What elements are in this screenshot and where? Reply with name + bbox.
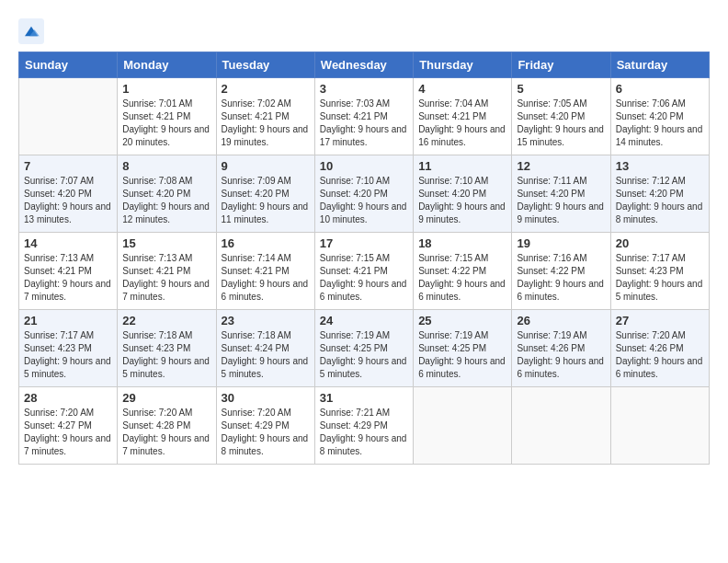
day-info: Sunrise: 7:20 AM Sunset: 4:26 PM Dayligh… [616, 329, 704, 381]
calendar-week-row: 21Sunrise: 7:17 AM Sunset: 4:23 PM Dayli… [19, 310, 710, 387]
logo [18, 18, 48, 44]
calendar-day-cell: 12Sunrise: 7:11 AM Sunset: 4:20 PM Dayli… [512, 155, 610, 233]
day-number: 30 [222, 391, 310, 405]
day-info: Sunrise: 7:11 AM Sunset: 4:20 PM Dayligh… [517, 175, 605, 226]
day-info: Sunrise: 7:08 AM Sunset: 4:20 PM Dayligh… [122, 175, 210, 226]
day-info: Sunrise: 7:10 AM Sunset: 4:20 PM Dayligh… [320, 175, 408, 226]
calendar-table: SundayMondayTuesdayWednesdayThursdayFrid… [18, 52, 710, 465]
calendar-day-cell: 11Sunrise: 7:10 AM Sunset: 4:20 PM Dayli… [414, 155, 512, 233]
header [18, 15, 710, 44]
weekday-header-saturday: Saturday [610, 52, 709, 78]
weekday-header-friday: Friday [512, 52, 610, 78]
weekday-header-thursday: Thursday [414, 52, 512, 78]
day-info: Sunrise: 7:13 AM Sunset: 4:21 PM Dayligh… [24, 252, 112, 304]
day-number: 3 [320, 82, 408, 96]
calendar-day-cell [414, 387, 512, 465]
day-number: 7 [24, 159, 112, 173]
calendar-day-cell: 18Sunrise: 7:15 AM Sunset: 4:22 PM Dayli… [414, 233, 512, 310]
day-number: 25 [418, 314, 506, 327]
day-number: 11 [418, 159, 506, 173]
day-number: 22 [122, 314, 210, 327]
day-number: 8 [122, 159, 210, 173]
calendar-day-cell: 30Sunrise: 7:20 AM Sunset: 4:29 PM Dayli… [216, 387, 314, 465]
day-info: Sunrise: 7:18 AM Sunset: 4:24 PM Dayligh… [222, 329, 310, 381]
day-info: Sunrise: 7:16 AM Sunset: 4:22 PM Dayligh… [517, 252, 605, 304]
day-number: 28 [24, 391, 112, 405]
calendar-day-cell: 3Sunrise: 7:03 AM Sunset: 4:21 PM Daylig… [314, 78, 413, 155]
calendar-day-cell: 5Sunrise: 7:05 AM Sunset: 4:20 PM Daylig… [512, 78, 610, 155]
day-info: Sunrise: 7:18 AM Sunset: 4:23 PM Dayligh… [122, 329, 210, 381]
calendar-day-cell [512, 387, 610, 465]
day-number: 2 [222, 82, 310, 96]
day-info: Sunrise: 7:20 AM Sunset: 4:29 PM Dayligh… [222, 407, 310, 458]
day-number: 23 [222, 314, 310, 327]
day-number: 15 [122, 236, 210, 250]
day-info: Sunrise: 7:15 AM Sunset: 4:22 PM Dayligh… [418, 252, 506, 304]
day-number: 16 [222, 236, 310, 250]
day-info: Sunrise: 7:09 AM Sunset: 4:20 PM Dayligh… [222, 175, 310, 226]
day-number: 1 [122, 82, 210, 96]
calendar-day-cell: 31Sunrise: 7:21 AM Sunset: 4:29 PM Dayli… [314, 387, 413, 465]
calendar-day-cell: 8Sunrise: 7:08 AM Sunset: 4:20 PM Daylig… [118, 155, 216, 233]
calendar-day-cell: 22Sunrise: 7:18 AM Sunset: 4:23 PM Dayli… [118, 310, 216, 387]
day-info: Sunrise: 7:17 AM Sunset: 4:23 PM Dayligh… [24, 329, 112, 381]
calendar-day-cell: 10Sunrise: 7:10 AM Sunset: 4:20 PM Dayli… [314, 155, 413, 233]
calendar-day-cell [19, 78, 118, 155]
day-number: 10 [320, 159, 408, 173]
calendar-day-cell: 25Sunrise: 7:19 AM Sunset: 4:25 PM Dayli… [414, 310, 512, 387]
calendar-day-cell: 4Sunrise: 7:04 AM Sunset: 4:21 PM Daylig… [414, 78, 512, 155]
weekday-header-sunday: Sunday [19, 52, 118, 78]
calendar-week-row: 28Sunrise: 7:20 AM Sunset: 4:27 PM Dayli… [19, 387, 710, 465]
day-info: Sunrise: 7:13 AM Sunset: 4:21 PM Dayligh… [122, 252, 210, 304]
day-info: Sunrise: 7:20 AM Sunset: 4:27 PM Dayligh… [24, 407, 112, 458]
day-info: Sunrise: 7:20 AM Sunset: 4:28 PM Dayligh… [122, 407, 210, 458]
day-number: 5 [517, 82, 605, 96]
calendar-week-row: 1Sunrise: 7:01 AM Sunset: 4:21 PM Daylig… [19, 78, 710, 155]
calendar-day-cell: 27Sunrise: 7:20 AM Sunset: 4:26 PM Dayli… [610, 310, 709, 387]
day-info: Sunrise: 7:19 AM Sunset: 4:25 PM Dayligh… [320, 329, 408, 381]
day-info: Sunrise: 7:04 AM Sunset: 4:21 PM Dayligh… [418, 98, 506, 149]
calendar-day-cell: 28Sunrise: 7:20 AM Sunset: 4:27 PM Dayli… [19, 387, 118, 465]
day-number: 14 [24, 236, 112, 250]
calendar-day-cell: 21Sunrise: 7:17 AM Sunset: 4:23 PM Dayli… [19, 310, 118, 387]
calendar-day-cell: 15Sunrise: 7:13 AM Sunset: 4:21 PM Dayli… [118, 233, 216, 310]
day-number: 6 [616, 82, 704, 96]
calendar-day-cell: 14Sunrise: 7:13 AM Sunset: 4:21 PM Dayli… [19, 233, 118, 310]
calendar-week-row: 14Sunrise: 7:13 AM Sunset: 4:21 PM Dayli… [19, 233, 710, 310]
day-info: Sunrise: 7:12 AM Sunset: 4:20 PM Dayligh… [616, 175, 704, 226]
day-info: Sunrise: 7:14 AM Sunset: 4:21 PM Dayligh… [222, 252, 310, 304]
day-number: 31 [320, 391, 408, 405]
day-info: Sunrise: 7:21 AM Sunset: 4:29 PM Dayligh… [320, 407, 408, 458]
day-info: Sunrise: 7:19 AM Sunset: 4:26 PM Dayligh… [517, 329, 605, 381]
day-info: Sunrise: 7:19 AM Sunset: 4:25 PM Dayligh… [418, 329, 506, 381]
calendar-day-cell: 26Sunrise: 7:19 AM Sunset: 4:26 PM Dayli… [512, 310, 610, 387]
calendar-day-cell: 7Sunrise: 7:07 AM Sunset: 4:20 PM Daylig… [19, 155, 118, 233]
day-info: Sunrise: 7:03 AM Sunset: 4:21 PM Dayligh… [320, 98, 408, 149]
day-info: Sunrise: 7:17 AM Sunset: 4:23 PM Dayligh… [616, 252, 704, 304]
day-info: Sunrise: 7:01 AM Sunset: 4:21 PM Dayligh… [122, 98, 210, 149]
calendar-day-cell: 19Sunrise: 7:16 AM Sunset: 4:22 PM Dayli… [512, 233, 610, 310]
day-info: Sunrise: 7:07 AM Sunset: 4:20 PM Dayligh… [24, 175, 112, 226]
day-number: 24 [320, 314, 408, 327]
day-info: Sunrise: 7:06 AM Sunset: 4:20 PM Dayligh… [616, 98, 704, 149]
calendar-day-cell: 29Sunrise: 7:20 AM Sunset: 4:28 PM Dayli… [118, 387, 216, 465]
day-number: 12 [517, 159, 605, 173]
day-number: 13 [616, 159, 704, 173]
weekday-header-wednesday: Wednesday [314, 52, 413, 78]
day-number: 21 [24, 314, 112, 327]
calendar-day-cell: 23Sunrise: 7:18 AM Sunset: 4:24 PM Dayli… [216, 310, 314, 387]
day-number: 9 [222, 159, 310, 173]
calendar-day-cell: 6Sunrise: 7:06 AM Sunset: 4:20 PM Daylig… [610, 78, 709, 155]
calendar-day-cell: 20Sunrise: 7:17 AM Sunset: 4:23 PM Dayli… [610, 233, 709, 310]
day-info: Sunrise: 7:02 AM Sunset: 4:21 PM Dayligh… [222, 98, 310, 149]
page-container: SundayMondayTuesdayWednesdayThursdayFrid… [0, 0, 728, 474]
day-number: 19 [517, 236, 605, 250]
day-number: 4 [418, 82, 506, 96]
day-number: 20 [616, 236, 704, 250]
day-info: Sunrise: 7:05 AM Sunset: 4:20 PM Dayligh… [517, 98, 605, 149]
day-number: 17 [320, 236, 408, 250]
calendar-day-cell: 2Sunrise: 7:02 AM Sunset: 4:21 PM Daylig… [216, 78, 314, 155]
day-number: 26 [517, 314, 605, 327]
calendar-day-cell: 17Sunrise: 7:15 AM Sunset: 4:21 PM Dayli… [314, 233, 413, 310]
day-info: Sunrise: 7:15 AM Sunset: 4:21 PM Dayligh… [320, 252, 408, 304]
